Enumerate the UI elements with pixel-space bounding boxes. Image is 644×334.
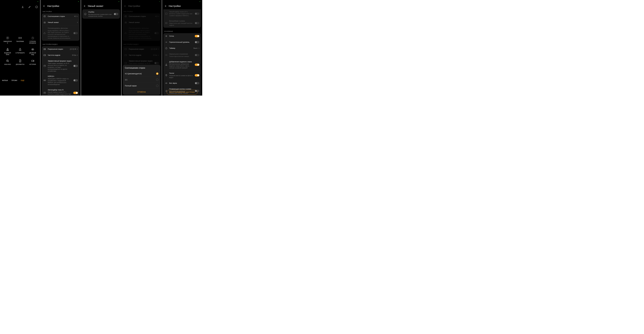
row-label: Частота кадров xyxy=(48,54,70,56)
film-icon xyxy=(43,54,46,57)
row-label: Зеркальное отражение xyxy=(169,53,193,55)
mode-slowmo[interactable]: ЗАМЕДЛЕНИЕ xyxy=(2,36,14,44)
toggle-mute[interactable] xyxy=(195,82,200,84)
svg-point-9 xyxy=(44,22,45,23)
panel-settings: Настройки НАСТРОЙКИ Соотношение сторон 4… xyxy=(40,0,81,96)
row-lut-tail: Умный подбор тонов LUT к контенту съемки… xyxy=(163,9,201,18)
mode-label: ВОДЯНОЙЗНАК xyxy=(4,52,11,55)
mode-highres[interactable]: HIGH-RES xyxy=(2,59,14,65)
row-video-resolution[interactable]: Разрешение видео [21:9] 4K xyxy=(42,46,79,52)
document-icon xyxy=(18,59,22,63)
row-label: Без звука xyxy=(169,82,193,84)
app-header: Настройки xyxy=(162,3,202,9)
toolbar xyxy=(0,3,40,11)
toggle-hdr10[interactable] xyxy=(73,79,78,82)
row-label: Горизонтальный уровень xyxy=(169,41,193,43)
mode-panorama[interactable]: ПАНОРАМА xyxy=(14,36,26,44)
mirror-icon xyxy=(165,54,168,57)
toggle-filters xyxy=(73,32,78,34)
option-4-3[interactable]: 4:3 (рекомендуется) xyxy=(123,71,160,77)
option-1-1[interactable]: 1:1 xyxy=(123,77,160,83)
mute-icon xyxy=(165,82,168,85)
mode-documents[interactable]: ДОКУМЕНТЫ xyxy=(14,59,26,65)
row-sub: Недоступно для текущей частоты кадров. xyxy=(169,22,193,26)
thumbs-up-icon xyxy=(43,32,46,35)
back-icon[interactable] xyxy=(83,5,86,8)
info-icon[interactable] xyxy=(35,6,38,9)
mode-story[interactable]: ИСТОРИЯ xyxy=(27,59,39,65)
row-watermark[interactable]: Добавление водяного знакаАвтоматическое … xyxy=(163,59,201,70)
slowmo-icon xyxy=(6,36,10,40)
toggle-ai-tone[interactable] xyxy=(73,92,78,94)
toggle-geotag[interactable] xyxy=(195,74,200,76)
camera-icon xyxy=(43,21,46,24)
restore-settings-button[interactable]: ВОССТАНОВЛЕНИЕ НАСТРОЕК xyxy=(167,90,198,95)
page-title: Умный захват xyxy=(88,5,104,8)
row-efficient-format[interactable]: Эффективный формат видеоТакие видео зани… xyxy=(42,58,79,74)
row-sub: Только фронтальная камера xyxy=(169,55,193,57)
toggle-grid[interactable] xyxy=(195,35,200,37)
highres-icon xyxy=(6,59,10,63)
mode-watermark[interactable]: ВОДЯНОЙЗНАК xyxy=(2,48,14,55)
toggle-efficient[interactable] xyxy=(73,65,78,67)
toggle-watermark[interactable] xyxy=(195,64,200,66)
tab-pro[interactable]: ПРОФИ xyxy=(12,80,17,81)
row-framerate[interactable]: Частота кадров 30 fps xyxy=(42,52,79,58)
row-recommend-filters: Рекомендовать фильтрыКогда параметр «Фот… xyxy=(42,25,79,41)
stamp-icon xyxy=(165,63,168,66)
row-grid[interactable]: Сетка xyxy=(163,33,201,39)
mode-label: ИСТОРИЯ xyxy=(29,64,36,65)
section-basic: Сетка Горизонтальный уровень Таймер Выкл… xyxy=(163,33,201,96)
back-icon[interactable] xyxy=(164,5,167,8)
row-ai-tone[interactable]: Автоподбор тона AIУмный подбор тонов LUT… xyxy=(42,87,79,96)
ai-icon xyxy=(165,22,168,25)
page-title: Настройки xyxy=(169,5,181,8)
cancel-button[interactable]: ОТМЕНА xyxy=(123,89,160,95)
row-mute[interactable]: Без звука xyxy=(163,80,201,86)
row-aspect-ratio[interactable]: Соотношение сторон 4:3 xyxy=(42,14,79,19)
row-sub: Умный подбор тонов LUT к контенту съемки… xyxy=(169,11,193,17)
mode-label: СУПЕРМАКРО xyxy=(16,52,25,54)
option-full[interactable]: Полный экран xyxy=(123,83,160,89)
mode-supermacro[interactable]: СУПЕРМАКРО xyxy=(14,48,26,55)
row-mirror: Зеркальное отражениеТолько фронтальная к… xyxy=(163,51,201,59)
row-label: Автоподбор тона AI xyxy=(48,89,72,91)
tab-more[interactable]: ЕЩЕ xyxy=(21,80,24,81)
mode-label: ДВОЙНОЙВИД xyxy=(29,52,36,55)
toggle-smile[interactable] xyxy=(114,13,118,15)
row-timer[interactable]: Таймер Выкл. xyxy=(163,45,201,51)
edit-icon[interactable] xyxy=(28,6,31,9)
row-sub: Умный подбор тонов LUT к контенту съемки… xyxy=(48,91,72,96)
page-title: Настройки xyxy=(47,5,59,8)
panel-camera-more: ЗАМЕДЛЕНИЕ ПАНОРАМА ОТРЕЗОКВРЕМЕНИ ВОДЯН… xyxy=(0,0,40,96)
section-title: НАСТРОЙКИ ВИДЕО xyxy=(40,42,81,46)
flower-icon xyxy=(18,48,22,51)
row-sub: Такие видео занимают на 35 % меньше мест… xyxy=(48,62,72,72)
download-icon[interactable] xyxy=(21,6,24,9)
row-value: 30 fps xyxy=(72,54,76,56)
status-indicator-dot xyxy=(118,1,119,2)
row-smile[interactable]: УлыбкаАвтоматическая съемка фото при опр… xyxy=(82,9,120,19)
mode-label: HIGH-RES xyxy=(4,64,11,65)
row-level[interactable]: Горизонтальный уровень xyxy=(163,39,201,45)
timer-icon xyxy=(165,47,168,50)
panel-settings-dialog: Настройки НАСТРОЙКИ Соотношение сторон 4… xyxy=(122,0,162,96)
mode-label: ЗАМЕДЛЕНИЕ xyxy=(3,41,12,44)
row-label: Умный захват xyxy=(48,21,75,24)
row-smart-capture[interactable]: Умный захват xyxy=(42,19,79,25)
tab-film[interactable]: ФИЛЬМ xyxy=(2,80,8,81)
toggle-level[interactable] xyxy=(195,41,200,43)
row-hdr10[interactable]: HDR10+Записывать HDR10+ видео на устройс… xyxy=(42,74,79,87)
toggle xyxy=(195,13,200,15)
svg-rect-21 xyxy=(166,13,167,15)
row-label: Соотношение сторон xyxy=(48,15,72,18)
mode-timelapse[interactable]: ОТРЕЗОКВРЕМЕНИ xyxy=(27,36,39,44)
back-icon[interactable] xyxy=(42,5,45,8)
row-geotag[interactable]: ГеотегУказание места съемки на фото и ви… xyxy=(163,70,201,80)
row-sub: Записывать HDR10+ видео на устройствах с… xyxy=(48,78,72,85)
panorama-icon xyxy=(18,36,22,40)
lut-icon xyxy=(165,12,168,15)
radio-icon xyxy=(156,79,158,81)
row-value: 4:3 xyxy=(74,16,76,17)
mode-dualview[interactable]: ДВОЙНОЙВИД xyxy=(27,48,39,55)
